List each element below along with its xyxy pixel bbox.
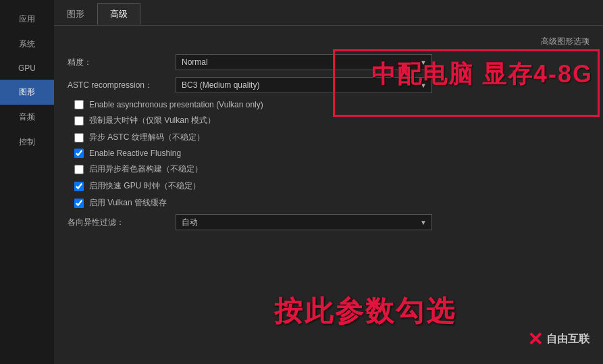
checkbox-vulkan-pipeline[interactable] [74, 199, 84, 208]
tabs-bar: 图形 高级 [54, 0, 603, 26]
checkbox-row-4: 启用异步着色器构建（不稳定） [68, 163, 589, 175]
checkbox-row-1: 强制最大时钟（仅限 Vulkan 模式） [68, 115, 589, 126]
checkbox-row-5: 启用快速 GPU 时钟（不稳定） [68, 180, 589, 192]
content-area: 高级图形选项 精度： Normal High Extreme ASTC reco… [54, 26, 603, 364]
checkbox-async-shader[interactable] [74, 165, 84, 174]
section-header: 高级图形选项 [68, 36, 589, 47]
aniso-select[interactable]: 自动 2x 4x 8x 16x [176, 214, 432, 230]
checkbox-label-2[interactable]: 异步 ASTC 纹理解码（不稳定） [89, 132, 205, 143]
checkbox-row-3: Enable Reactive Flushing [68, 149, 589, 158]
checkbox-label-5[interactable]: 启用快速 GPU 时钟（不稳定） [89, 180, 201, 192]
checkboxes-section: Enable asynchronous presentation (Vulkan… [68, 100, 589, 209]
sidebar-item-control[interactable]: 控制 [0, 130, 54, 155]
sidebar-item-graphics[interactable]: 图形 [0, 80, 54, 105]
checkbox-row-0: Enable asynchronous presentation (Vulkan… [68, 100, 589, 109]
overlay-text-bottom: 按此参数勾选 [274, 292, 456, 330]
tab-graphics[interactable]: 图形 [54, 3, 97, 25]
watermark-text: 自由互联 [546, 332, 589, 346]
checkbox-async-presentation[interactable] [74, 100, 84, 109]
checkbox-async-astc[interactable] [74, 133, 84, 142]
checkbox-row-6: 启用 Vulkan 管线缓存 [68, 197, 589, 209]
checkbox-fast-gpu-clock[interactable] [74, 182, 84, 191]
watermark: ✕ 自由互联 [527, 328, 589, 350]
sidebar-item-audio[interactable]: 音频 [0, 105, 54, 130]
precision-label: 精度： [68, 57, 176, 68]
tab-advanced[interactable]: 高级 [97, 3, 140, 25]
checkbox-reactive-flushing[interactable] [74, 149, 84, 158]
checkbox-label-1[interactable]: 强制最大时钟（仅限 Vulkan 模式） [89, 115, 215, 126]
checkbox-force-max-clock[interactable] [74, 116, 84, 126]
checkbox-row-2: 异步 ASTC 纹理解码（不稳定） [68, 132, 589, 143]
watermark-x-icon: ✕ [527, 328, 543, 350]
main-panel: 图形 高级 高级图形选项 精度： Normal High Extreme [54, 0, 603, 364]
sidebar-item-system[interactable]: 系统 [0, 32, 54, 57]
aniso-row: 各向异性过滤： 自动 2x 4x 8x 16x [68, 214, 589, 230]
checkbox-label-3[interactable]: Enable Reactive Flushing [89, 149, 181, 158]
sidebar: 应用 系统 GPU 图形 音频 控制 [0, 0, 54, 364]
aniso-control: 自动 2x 4x 8x 16x [176, 214, 432, 230]
aniso-dropdown-wrapper[interactable]: 自动 2x 4x 8x 16x [176, 214, 432, 230]
astc-label: ASTC recompression： [68, 80, 176, 91]
checkbox-label-6[interactable]: 启用 Vulkan 管线缓存 [89, 197, 167, 209]
checkbox-label-4[interactable]: 启用异步着色器构建（不稳定） [89, 163, 203, 175]
sidebar-item-gpu[interactable]: GPU [0, 57, 54, 80]
sidebar-item-app[interactable]: 应用 [0, 7, 54, 32]
aniso-label: 各向异性过滤： [68, 217, 176, 228]
checkbox-label-0[interactable]: Enable asynchronous presentation (Vulkan… [89, 100, 263, 109]
overlay-text-top: 中配电脑 显存4-8G [371, 58, 593, 91]
